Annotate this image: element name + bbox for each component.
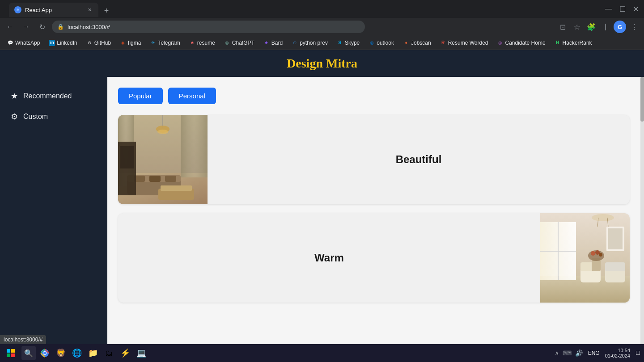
bookmark-bard[interactable]: ★ Bard <box>260 38 286 48</box>
start-button[interactable] <box>4 346 18 360</box>
bookmark-skype[interactable]: S Skype <box>333 38 363 48</box>
bookmark-star-icon[interactable]: ☆ <box>571 21 583 33</box>
bookmark-python[interactable]: ⊙ python prev <box>288 38 331 48</box>
warm-card-image <box>540 213 630 303</box>
github-icon: ⊙ <box>86 40 93 46</box>
bookmark-resume[interactable]: ♣ resume <box>186 38 219 48</box>
taskbar-right: ∧ ⌨ 🔊 ENG 10:54 01-02-2024 ☐ <box>555 348 640 358</box>
time: 10:54 <box>618 348 630 353</box>
taskbar-search-icon[interactable]: 🔍 <box>21 346 36 360</box>
svg-rect-3 <box>181 115 208 177</box>
bookmark-resumeworded[interactable]: R Resume Worded <box>436 38 492 48</box>
scrollbar-track[interactable] <box>640 77 644 362</box>
gear-icon: ⚙ <box>11 112 18 122</box>
telegram-icon: ✈ <box>150 40 156 46</box>
window-controls: — ☐ ✕ <box>605 5 639 13</box>
chrome-icon <box>40 349 49 358</box>
language-indicator: ENG <box>588 350 600 356</box>
filter-buttons: Popular Personal <box>118 88 630 104</box>
active-tab[interactable]: ⚛ React App ✕ <box>9 3 98 17</box>
taskbar-edge-icon[interactable]: 🌐 <box>70 346 84 360</box>
sidebar: ★ Recommended ⚙ Custom <box>0 77 107 362</box>
figma-icon: ◈ <box>120 40 126 46</box>
bookmark-figma[interactable]: ◈ figma <box>116 38 144 48</box>
menu-icon[interactable]: ⋮ <box>628 21 640 33</box>
profile-icon[interactable]: | <box>599 21 612 33</box>
warm-card-label: Warm <box>118 252 540 264</box>
lock-icon: 🔒 <box>57 24 64 30</box>
svg-rect-16 <box>120 146 134 168</box>
linkedin-icon: in <box>49 40 55 46</box>
taskbar-files-icon[interactable]: 📁 <box>86 346 100 360</box>
app-container: ★ Recommended ⚙ Custom Popular Personal <box>0 77 644 362</box>
bookmark-github[interactable]: ⊙ GitHub <box>83 38 114 48</box>
status-icons: ∧ ⌨ 🔊 <box>555 349 583 357</box>
taskbar-chrome-icon[interactable] <box>38 346 52 360</box>
taskbar: 🔍 🦁 🌐 📁 🗂 ⚡ 💻 ∧ ⌨ 🔊 ENG 10:54 01-02- <box>0 344 644 362</box>
outlook-icon: ◎ <box>369 40 375 46</box>
svg-point-31 <box>591 251 595 256</box>
address-bar[interactable]: 🔒 localhost:3000/# <box>52 21 365 33</box>
bookmark-whatsapp[interactable]: 💬 WhatsApp <box>4 38 43 48</box>
notification-icon[interactable]: ☐ <box>636 350 640 356</box>
svg-rect-38 <box>11 349 15 353</box>
tab-bar: ⚛ React App ✕ + <box>5 1 605 17</box>
bookmark-hackerrank[interactable]: H HackerRank <box>551 38 596 48</box>
hackerrank-icon: H <box>555 40 561 46</box>
maximize-button[interactable]: ☐ <box>619 5 626 13</box>
svg-point-33 <box>599 253 602 257</box>
title-bar: ⚛ React App ✕ + — ☐ ✕ <box>0 0 644 18</box>
python-icon: ⊙ <box>292 40 298 46</box>
taskbar-icons: 🔍 🦁 🌐 📁 🗂 ⚡ 💻 <box>21 346 148 360</box>
date: 01-02-2024 <box>605 353 630 358</box>
extensions-icon[interactable]: 🧩 <box>585 21 597 33</box>
bookmark-linkedin[interactable]: in LinkedIn <box>45 38 80 48</box>
personal-filter-button[interactable]: Personal <box>168 88 216 104</box>
sidebar-item-recommended[interactable]: ★ Recommended <box>0 86 107 106</box>
svg-rect-14 <box>161 185 192 191</box>
reload-button[interactable]: ↻ <box>36 21 48 33</box>
svg-rect-11 <box>149 176 161 182</box>
sidebar-item-custom[interactable]: ⚙ Custom <box>0 106 107 127</box>
bookmark-chatgpt[interactable]: ◎ ChatGPT <box>220 38 258 48</box>
user-avatar[interactable]: G <box>614 21 626 33</box>
svg-rect-12 <box>165 176 176 182</box>
taskbar-terminal-icon[interactable]: 💻 <box>134 346 148 360</box>
svg-marker-36 <box>540 222 576 276</box>
close-button[interactable]: ✕ <box>633 5 639 13</box>
nav-bar: ← → ↻ 🔒 localhost:3000/# ⊡ ☆ 🧩 | G ⋮ <box>0 18 644 36</box>
bookmark-telegram[interactable]: ✈ Telegram <box>146 38 183 48</box>
taskbar-brave-icon[interactable]: 🦁 <box>54 346 68 360</box>
minimize-button[interactable]: — <box>605 5 612 13</box>
tab-close-button[interactable]: ✕ <box>86 6 93 13</box>
skype-icon: S <box>337 40 343 46</box>
beautiful-card-label: Beautiful <box>208 153 630 166</box>
warm-card[interactable]: Warm <box>118 213 630 303</box>
taskbar-vscode-icon[interactable]: ⚡ <box>118 346 132 360</box>
forward-button[interactable]: → <box>20 21 32 33</box>
chatgpt-icon: ◎ <box>224 40 230 46</box>
bard-icon: ★ <box>263 40 270 46</box>
url-text: localhost:3000/# <box>68 24 110 30</box>
svg-point-7 <box>157 130 168 134</box>
chevron-up-icon[interactable]: ∧ <box>555 349 559 357</box>
bookmark-jobscan[interactable]: ♦ Jobscan <box>399 38 435 48</box>
sidebar-label-recommended: Recommended <box>23 92 72 100</box>
resumeworded-icon: R <box>440 40 446 46</box>
windows-logo-icon <box>6 349 15 358</box>
beautiful-card[interactable]: Beautiful <box>118 115 630 204</box>
new-tab-button[interactable]: + <box>100 4 113 17</box>
svg-rect-35 <box>608 228 623 249</box>
bookmark-outlook[interactable]: ◎ outlook <box>365 38 398 48</box>
scrollbar-thumb[interactable] <box>640 77 644 122</box>
screen-cast-icon[interactable]: ⊡ <box>556 21 569 33</box>
time-display: 10:54 01-02-2024 <box>605 348 630 358</box>
sidebar-label-custom: Custom <box>23 113 48 121</box>
whatsapp-icon: 💬 <box>7 40 13 46</box>
nav-actions: ⊡ ☆ 🧩 | G ⋮ <box>556 21 640 33</box>
back-button[interactable]: ← <box>4 21 16 33</box>
popular-filter-button[interactable]: Popular <box>118 88 163 104</box>
taskbar-explorer-icon[interactable]: 🗂 <box>102 346 116 360</box>
bookmark-candidatehome[interactable]: ◎ Candidate Home <box>494 38 549 48</box>
volume-icon[interactable]: 🔊 <box>575 349 583 357</box>
